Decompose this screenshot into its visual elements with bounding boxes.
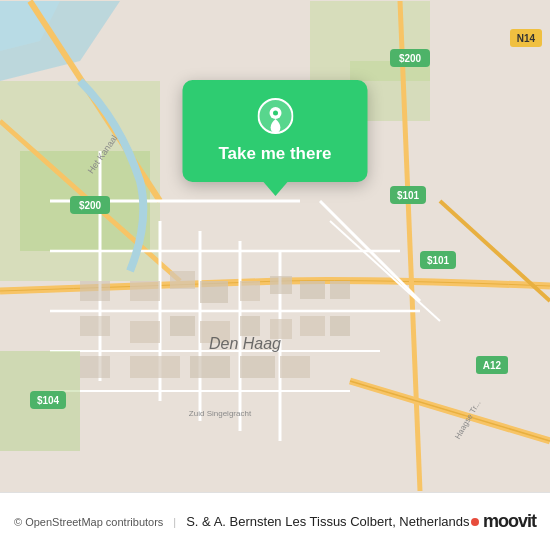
svg-rect-10 [130, 321, 160, 343]
take-me-there-label: Take me there [218, 144, 331, 164]
location-pin-icon [257, 98, 293, 134]
svg-rect-22 [280, 356, 310, 378]
svg-point-47 [273, 111, 278, 116]
svg-rect-6 [170, 271, 195, 289]
svg-rect-20 [190, 356, 230, 378]
svg-text:$200: $200 [399, 53, 422, 64]
svg-rect-15 [300, 281, 325, 299]
svg-rect-8 [240, 281, 260, 301]
app: $200 $200 $101 $101 $104 A12 N14 Den Haa… [0, 0, 550, 550]
svg-rect-11 [170, 316, 195, 336]
map-popup[interactable]: Take me there [183, 80, 368, 182]
svg-rect-7 [200, 281, 228, 303]
svg-text:$101: $101 [427, 255, 450, 266]
map-container: $200 $200 $101 $101 $104 A12 N14 Den Haa… [0, 0, 550, 492]
svg-text:$200: $200 [79, 200, 102, 211]
svg-rect-21 [240, 356, 275, 378]
svg-rect-25 [80, 356, 110, 378]
bottom-bar: © OpenStreetMap contributors | S. & A. B… [0, 492, 550, 550]
svg-rect-24 [80, 316, 110, 336]
moovit-dot-icon [471, 518, 479, 526]
svg-text:N14: N14 [517, 33, 536, 44]
svg-rect-16 [300, 316, 325, 336]
bottom-info: © OpenStreetMap contributors | S. & A. B… [14, 514, 469, 529]
svg-text:$101: $101 [397, 190, 420, 201]
svg-rect-23 [80, 281, 110, 301]
moovit-text: moovit [483, 511, 536, 532]
svg-rect-5 [130, 281, 160, 301]
map-attribution: © OpenStreetMap contributors [14, 516, 163, 528]
svg-rect-13 [240, 316, 260, 336]
svg-text:$104: $104 [37, 395, 60, 406]
location-name: S. & A. Bernsten Les Tissus Colbert, Net… [186, 514, 469, 529]
svg-rect-9 [270, 276, 292, 294]
svg-text:Zuid Singelgracht: Zuid Singelgracht [189, 409, 252, 418]
svg-text:A12: A12 [483, 360, 502, 371]
svg-rect-18 [330, 316, 350, 336]
svg-text:Den Haag: Den Haag [209, 335, 281, 352]
svg-rect-17 [330, 281, 350, 299]
moovit-logo: moovit [471, 511, 536, 532]
svg-rect-19 [130, 356, 180, 378]
